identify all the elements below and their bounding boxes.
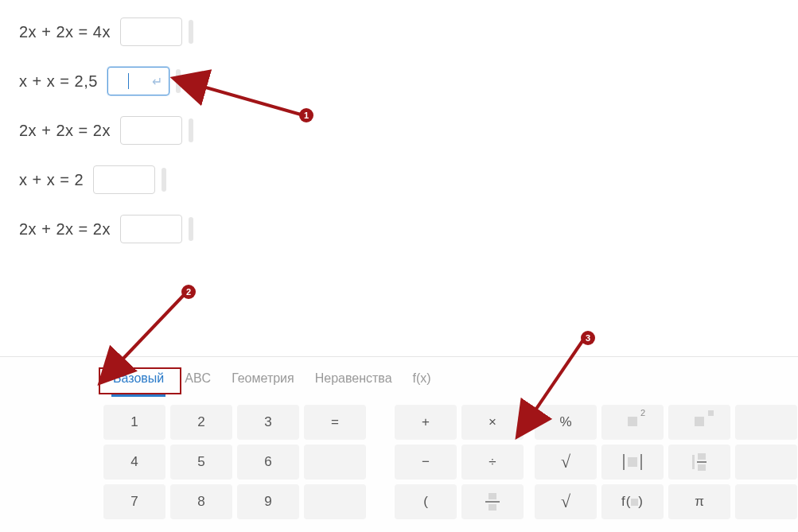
annotation-badge-2: 2 <box>181 285 196 299</box>
drag-handle[interactable] <box>189 217 193 241</box>
key-6[interactable]: 6 <box>237 445 299 480</box>
nthroot-icon: √ <box>561 491 570 512</box>
annotation-arrow-2 <box>119 294 185 363</box>
mixed-fraction-icon <box>692 453 707 471</box>
key-blank[interactable] <box>735 405 797 440</box>
key-plus[interactable]: + <box>395 405 457 440</box>
key-function[interactable]: f() <box>601 484 664 519</box>
answer-input[interactable] <box>120 215 182 243</box>
key-mixed-fraction[interactable] <box>668 445 730 480</box>
drag-handle[interactable] <box>162 168 166 192</box>
key-9[interactable]: 9 <box>237 484 299 519</box>
equation-row: 2x + 2x = 4x <box>19 14 779 49</box>
function-label: f() <box>621 494 644 510</box>
abs-icon <box>623 454 642 470</box>
key-5[interactable]: 5 <box>170 445 232 480</box>
tab-geometry[interactable]: Геометрия <box>230 367 296 395</box>
key-2[interactable]: 2 <box>170 405 232 440</box>
key-blank[interactable] <box>304 484 366 519</box>
equation-text: 2x + 2x = 2x <box>19 122 111 140</box>
key-group-ops: + × − ÷ ( <box>395 405 524 519</box>
key-abs[interactable] <box>601 445 664 480</box>
key-7[interactable]: 7 <box>103 484 165 519</box>
power-icon: 2 <box>628 414 637 430</box>
key-equals[interactable]: = <box>304 405 366 440</box>
answer-input-focused[interactable]: ↵ <box>107 67 169 95</box>
tab-fx[interactable]: f(x) <box>411 367 433 395</box>
equation-text: x + x = 2 <box>19 171 84 189</box>
annotation-badge-3: 3 <box>581 331 595 345</box>
key-blank[interactable] <box>304 445 366 480</box>
key-fraction[interactable] <box>461 484 524 519</box>
tab-basic[interactable]: Базовый <box>111 367 165 395</box>
key-nthroot[interactable]: √ <box>535 484 597 519</box>
key-pi[interactable]: π <box>668 484 730 519</box>
key-power[interactable]: 2 <box>601 405 664 440</box>
equation-row: 2x + 2x = 2x <box>19 113 779 148</box>
key-power-n[interactable] <box>668 405 730 440</box>
equation-row: 2x + 2x = 2x <box>19 212 779 247</box>
equation-row: x + x = 2,5 ↵ <box>19 64 779 99</box>
fraction-icon <box>485 493 500 511</box>
equation-text: x + x = 2,5 <box>19 72 98 91</box>
equation-area: 2x + 2x = 4x x + x = 2,5 ↵ 2x + 2x = 2x … <box>0 0 798 247</box>
key-lparen[interactable]: ( <box>395 484 457 519</box>
key-blank[interactable] <box>735 484 797 519</box>
answer-input[interactable] <box>120 17 182 46</box>
answer-input[interactable] <box>120 116 182 145</box>
power-n-icon <box>695 414 704 430</box>
drag-handle[interactable] <box>189 118 193 142</box>
key-group-adv: % 2 √ <box>535 405 797 519</box>
tab-abc[interactable]: ABC <box>183 367 212 395</box>
drag-handle[interactable] <box>189 20 193 44</box>
equation-text: 2x + 2x = 4x <box>19 23 111 41</box>
answer-input[interactable] <box>93 165 155 194</box>
key-4[interactable]: 4 <box>103 445 165 480</box>
key-8[interactable]: 8 <box>170 484 232 519</box>
keyboard-tabs: Базовый ABC Геометрия Неравенства f(x) <box>0 365 798 397</box>
enter-icon: ↵ <box>152 74 162 89</box>
tab-inequalities[interactable]: Неравенства <box>313 367 394 395</box>
key-grid: 1 2 3 = 4 5 6 7 8 9 + × − ÷ ( <box>0 397 798 532</box>
keyboard-panel: Базовый ABC Геометрия Неравенства f(x) 1… <box>0 356 798 532</box>
equation-text: 2x + 2x = 2x <box>19 220 111 239</box>
key-blank[interactable] <box>735 445 797 480</box>
sqrt-icon: √ <box>561 452 570 472</box>
key-1[interactable]: 1 <box>103 405 165 440</box>
key-times[interactable]: × <box>461 405 524 440</box>
key-percent[interactable]: % <box>535 405 597 440</box>
key-divide[interactable]: ÷ <box>461 445 524 480</box>
key-minus[interactable]: − <box>395 445 457 480</box>
key-group-digits: 1 2 3 = 4 5 6 7 8 9 <box>103 405 366 519</box>
annotation-badge-1: 1 <box>299 108 313 122</box>
equation-row: x + x = 2 <box>19 162 779 197</box>
drag-handle[interactable] <box>176 69 181 93</box>
key-3[interactable]: 3 <box>237 405 299 440</box>
key-sqrt[interactable]: √ <box>535 445 597 480</box>
text-cursor <box>128 73 129 89</box>
